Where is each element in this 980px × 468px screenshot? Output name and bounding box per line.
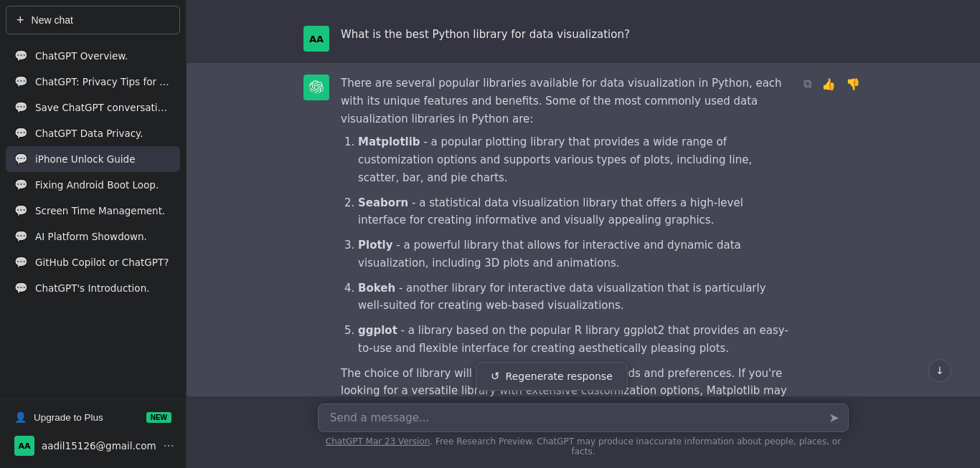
sidebar-item-label: ChatGPT: Privacy Tips for Kids bbox=[35, 76, 171, 87]
user-row[interactable]: AA aadil15126@gmail.com ··· bbox=[6, 429, 180, 462]
sidebar-item-fixing-android-boot-loop[interactable]: 💬Fixing Android Boot Loop. bbox=[6, 172, 180, 198]
user-message-row: AA What is the best Python library for d… bbox=[275, 14, 892, 63]
user-avatar-chat: AA bbox=[303, 26, 329, 52]
sidebar-item-label: ChatGPT Overview. bbox=[35, 50, 128, 62]
user-email: aadil15126@gmail.com bbox=[42, 440, 156, 452]
footer-desc: . Free Research Preview. ChatGPT may pro… bbox=[430, 436, 841, 457]
sidebar-item-label: iPhone Unlock Guide bbox=[35, 153, 135, 165]
chat-icon: 💬 bbox=[14, 204, 28, 217]
sidebar: + New chat 💬ChatGPT Overview.💬ChatGPT: P… bbox=[0, 0, 187, 468]
chat-icon: 💬 bbox=[14, 127, 28, 140]
input-area: ➤ ChatGPT Mar 23 Version. Free Research … bbox=[187, 396, 980, 468]
chat-icon: 💬 bbox=[14, 282, 28, 295]
upgrade-button[interactable]: 👤 Upgrade to Plus NEW bbox=[6, 405, 180, 429]
chat-icon: 💬 bbox=[14, 75, 28, 88]
sidebar-item-chatgpt-privacy-kids[interactable]: 💬ChatGPT: Privacy Tips for Kids bbox=[6, 69, 180, 95]
sidebar-item-label: Save ChatGPT conversations. bbox=[35, 102, 171, 113]
scroll-to-bottom-button[interactable]: ↓ bbox=[928, 359, 951, 382]
send-button[interactable]: ➤ bbox=[829, 410, 839, 426]
footer-text: ChatGPT Mar 23 Version. Free Research Pr… bbox=[318, 432, 849, 464]
ai-message-row: There are several popular libraries avai… bbox=[187, 63, 980, 396]
sidebar-item-ai-platform-showdown[interactable]: 💬AI Platform Showdown. bbox=[6, 224, 180, 249]
chevron-down-icon: ↓ bbox=[936, 365, 944, 376]
chat-icon: 💬 bbox=[14, 153, 28, 166]
thumbs-up-button[interactable]: 👍 bbox=[819, 76, 839, 92]
footer-link[interactable]: ChatGPT Mar 23 Version bbox=[326, 436, 430, 446]
ai-message-content: There are several popular libraries avai… bbox=[341, 75, 789, 396]
new-badge: NEW bbox=[146, 412, 171, 423]
regenerate-label: Regenerate response bbox=[506, 371, 613, 382]
ai-list-item: Bokeh - another library for interactive … bbox=[358, 280, 789, 315]
ai-message-actions: ⧉ 👍 👎 bbox=[801, 76, 863, 396]
sidebar-item-iphone-unlock-guide[interactable]: 💬iPhone Unlock Guide bbox=[6, 146, 180, 172]
chat-icon: 💬 bbox=[14, 230, 28, 243]
sidebar-item-chatgpt-overview[interactable]: 💬ChatGPT Overview. bbox=[6, 43, 180, 69]
chat-icon: 💬 bbox=[14, 178, 28, 191]
sidebar-item-label: AI Platform Showdown. bbox=[35, 231, 147, 242]
sidebar-item-label: ChatGPT Data Privacy. bbox=[35, 128, 143, 139]
ai-list-item: Seaborn - a statistical data visualizati… bbox=[358, 194, 789, 230]
ai-list-item: Plotly - a powerful library that allows … bbox=[358, 237, 789, 272]
ai-list-item: Matplotlib - a popular plotting library … bbox=[358, 133, 789, 186]
chat-icon: 💬 bbox=[14, 49, 28, 62]
regenerate-popup[interactable]: ↺ Regenerate response bbox=[476, 362, 628, 391]
user-icon: 👤 bbox=[14, 411, 27, 423]
send-icon: ➤ bbox=[829, 410, 839, 426]
chatgpt-avatar bbox=[303, 75, 329, 100]
sidebar-bottom: 👤 Upgrade to Plus NEW AA aadil15126@gmai… bbox=[0, 398, 186, 468]
sidebar-item-chatgpt-data-privacy[interactable]: 💬ChatGPT Data Privacy. bbox=[6, 120, 180, 146]
copy-button[interactable]: ⧉ bbox=[801, 76, 814, 92]
sidebar-item-label: GitHub Copilot or ChatGPT? bbox=[35, 257, 169, 268]
plus-icon: + bbox=[17, 14, 24, 27]
thumbs-down-button[interactable]: 👎 bbox=[843, 76, 863, 92]
upgrade-label: Upgrade to Plus bbox=[34, 412, 103, 423]
sidebar-item-chatgpt-introduction[interactable]: 💬ChatGPT's Introduction. bbox=[6, 275, 180, 301]
sidebar-item-label: Screen Time Management. bbox=[35, 205, 165, 216]
sidebar-item-save-chatgpt-conversations[interactable]: 💬Save ChatGPT conversations. bbox=[6, 95, 180, 120]
sidebar-item-label: Fixing Android Boot Loop. bbox=[35, 179, 159, 191]
ai-list: Matplotlib - a popular plotting library … bbox=[341, 133, 789, 357]
sidebar-item-github-copilot-or-chatgpt[interactable]: 💬GitHub Copilot or ChatGPT? bbox=[6, 249, 180, 275]
ai-list-item: ggplot - a library based on the popular … bbox=[358, 322, 789, 358]
sidebar-item-screen-time-management[interactable]: 💬Screen Time Management. bbox=[6, 198, 180, 224]
chat-area: AA What is the best Python library for d… bbox=[187, 0, 980, 396]
copy-icon: ⧉ bbox=[804, 77, 811, 90]
chat-icon: 💬 bbox=[14, 101, 28, 114]
ai-intro-text: There are several popular libraries avai… bbox=[341, 75, 789, 128]
user-avatar: AA bbox=[14, 436, 34, 456]
input-wrapper: ➤ bbox=[318, 403, 849, 432]
regenerate-icon: ↺ bbox=[491, 370, 500, 383]
new-chat-label: New chat bbox=[32, 14, 73, 26]
message-input[interactable] bbox=[330, 411, 814, 424]
chat-history-list: 💬ChatGPT Overview.💬ChatGPT: Privacy Tips… bbox=[0, 40, 186, 398]
thumbs-up-icon: 👍 bbox=[821, 78, 836, 90]
new-chat-button[interactable]: + New chat bbox=[6, 6, 180, 34]
user-message-text: What is the best Python library for data… bbox=[341, 26, 863, 52]
sidebar-item-label: ChatGPT's Introduction. bbox=[35, 282, 149, 294]
more-options-icon: ··· bbox=[164, 439, 174, 453]
main-content: AA What is the best Python library for d… bbox=[187, 0, 980, 468]
thumbs-down-icon: 👎 bbox=[846, 78, 860, 90]
chat-icon: 💬 bbox=[14, 256, 28, 269]
